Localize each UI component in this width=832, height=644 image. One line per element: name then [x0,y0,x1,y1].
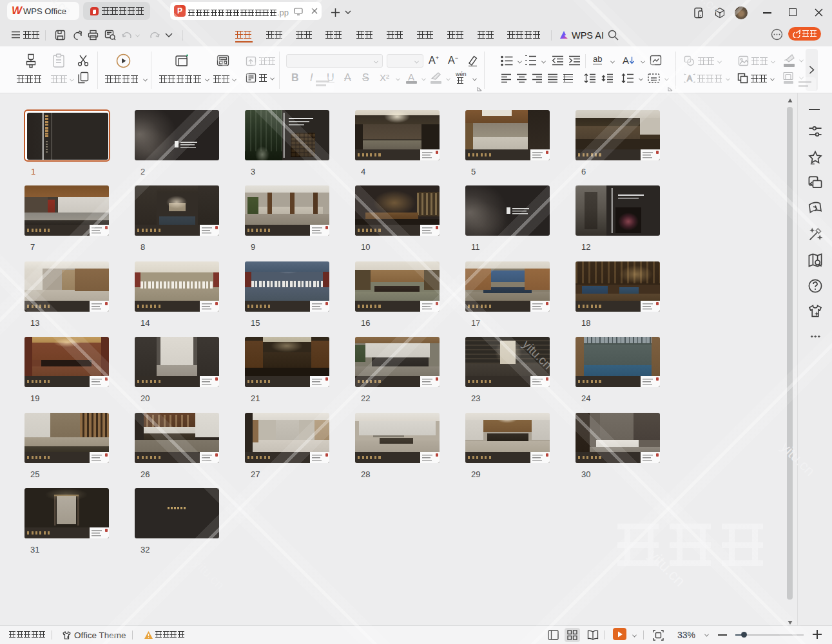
svg-text:A: A [687,74,692,83]
svg-text:A: A [623,55,629,66]
